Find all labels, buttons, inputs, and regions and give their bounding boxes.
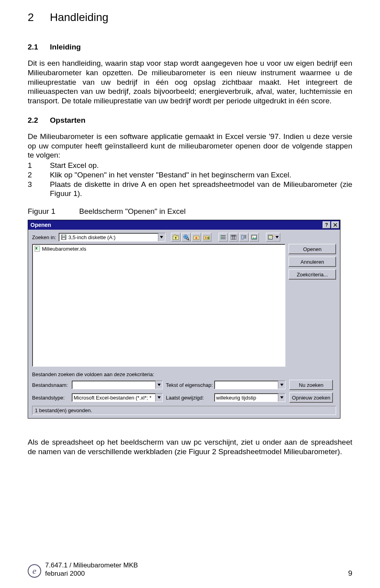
search-web-button[interactable] — [181, 233, 191, 242]
step-list: 1Start Excel op. 2Klik op "Openen" in he… — [28, 161, 352, 198]
open-button[interactable]: Openen — [289, 244, 336, 254]
close-button[interactable] — [331, 221, 339, 228]
close-icon — [333, 223, 337, 227]
paragraph: Als de spreadsheet op het beeldscherm va… — [28, 438, 352, 457]
list-item: 1Start Excel op. — [28, 161, 352, 170]
chapter-title: Handleiding — [50, 11, 108, 23]
look-in-label: Zoeken in: — [32, 234, 56, 240]
preview-icon — [251, 235, 257, 240]
svg-rect-27 — [38, 247, 39, 251]
chapter-number: 2 — [28, 11, 50, 24]
filetype-label: Bestandstype: — [32, 395, 72, 401]
floppy-icon — [61, 234, 67, 240]
paragraph: Dit is een handleiding, waarin stap voor… — [28, 59, 352, 106]
globe-search-icon — [183, 234, 189, 240]
chevron-down-icon — [276, 236, 279, 238]
details-icon — [231, 235, 236, 240]
chevron-down-icon[interactable] — [158, 233, 165, 241]
page-number: 9 — [348, 569, 352, 578]
details-view-button[interactable] — [229, 233, 238, 242]
section-heading: 2.2Opstarten — [28, 116, 352, 125]
filename-dropdown[interactable] — [72, 381, 163, 389]
logo-icon: e — [28, 564, 41, 578]
add-favorites-icon — [203, 234, 210, 240]
chapter-heading: 2Handleiding — [28, 11, 352, 24]
svg-line-6 — [188, 240, 189, 240]
figure-label: Figuur 1 — [28, 207, 79, 216]
dialog-title: Openen — [30, 222, 322, 228]
svg-rect-2 — [62, 238, 65, 240]
svg-rect-19 — [241, 235, 243, 239]
section-number: 2.1 — [28, 43, 50, 51]
up-one-level-button[interactable] — [171, 233, 180, 242]
file-item[interactable]: Milieubarometer.xls — [33, 245, 284, 252]
titlebar[interactable]: Openen ? — [28, 220, 340, 230]
folder-up-icon — [173, 234, 179, 240]
file-name: Milieubarometer.xls — [42, 246, 86, 252]
advanced-button[interactable]: Zoekcriteria... — [289, 269, 336, 280]
figure-caption: Figuur 1Beeldscherm "Openen" in Excel — [28, 207, 352, 216]
filename-label: Bestandsnaam: — [32, 382, 72, 388]
criteria-label: Bestanden zoeken die voldoen aan deze zo… — [32, 371, 336, 377]
svg-rect-1 — [63, 235, 65, 236]
file-list[interactable]: Milieubarometer.xls — [32, 244, 285, 367]
add-favorites-button[interactable] — [202, 233, 211, 242]
find-now-button[interactable]: Nu zoeken — [289, 380, 333, 390]
open-dialog: Openen ? Zoeken in: 3,5-inch diskette (A… — [28, 220, 340, 419]
svg-rect-12 — [220, 235, 221, 236]
chevron-down-icon[interactable] — [155, 394, 162, 402]
filetype-dropdown[interactable]: Microsoft Excel-bestanden (*.xl*; * — [72, 393, 163, 402]
excel-file-icon — [34, 245, 40, 252]
section-number: 2.2 — [28, 116, 50, 125]
modified-dropdown[interactable]: willekeurig tijdstip — [214, 393, 285, 402]
section-heading: 2.1Inleiding — [28, 43, 352, 51]
svg-rect-15 — [231, 235, 236, 240]
list-view-button[interactable] — [218, 233, 228, 242]
list-icon — [220, 235, 226, 240]
commands-menu-button[interactable] — [266, 233, 280, 242]
toolbar: Zoeken in: 3,5-inch diskette (A:) — [28, 230, 340, 244]
page-footer: e 7.647.1 / Milieubarometer MKB februari… — [28, 561, 352, 578]
footer-line: 7.647.1 / Milieubarometer MKB — [45, 561, 138, 569]
figure-title: Beeldscherm "Openen" in Excel — [79, 207, 186, 215]
svg-point-24 — [253, 236, 254, 237]
modified-value: willekeurig tijdstip — [216, 395, 278, 401]
list-item: 3Plaats de diskette in drive A en open h… — [28, 180, 352, 199]
look-in-value: 3,5-inch diskette (A:) — [68, 234, 158, 240]
list-item: 2Klik op "Openen" in het venster "Bestan… — [28, 170, 352, 180]
property-dropdown[interactable] — [214, 381, 285, 389]
section-title: Opstarten — [50, 116, 86, 124]
favorites-button[interactable] — [192, 233, 201, 242]
new-search-button[interactable]: Opnieuw zoeken — [289, 392, 333, 403]
chevron-down-icon[interactable] — [278, 394, 285, 402]
section-title: Inleiding — [50, 43, 81, 51]
svg-point-5 — [186, 238, 188, 240]
cancel-button[interactable]: Annuleren — [289, 257, 336, 267]
search-criteria-panel: Bestanden zoeken die voldoen aan deze zo… — [28, 370, 340, 405]
properties-view-button[interactable] — [239, 233, 249, 242]
property-label: Tekst of eigenschap: — [163, 382, 214, 388]
status-text: 1 bestand(en) gevonden. — [35, 407, 92, 413]
footer-line: februari 2000 — [45, 570, 138, 578]
filetype-value: Microsoft Excel-bestanden (*.xl*; * — [74, 395, 155, 401]
wizard-icon — [268, 234, 275, 240]
chevron-down-icon[interactable] — [155, 381, 162, 389]
help-button[interactable]: ? — [323, 221, 331, 228]
svg-rect-13 — [220, 237, 221, 238]
paragraph: De Milieubarometer is een software appli… — [28, 132, 352, 160]
properties-icon — [241, 235, 247, 240]
preview-button[interactable] — [249, 233, 259, 242]
favorites-folder-icon — [193, 234, 200, 240]
look-in-dropdown[interactable]: 3,5-inch diskette (A:) — [59, 233, 165, 242]
chevron-down-icon[interactable] — [278, 381, 285, 389]
modified-label: Laatst gewijzigd: — [163, 395, 214, 401]
status-bar: 1 bestand(en) gevonden. — [32, 406, 336, 415]
svg-rect-14 — [220, 238, 221, 239]
